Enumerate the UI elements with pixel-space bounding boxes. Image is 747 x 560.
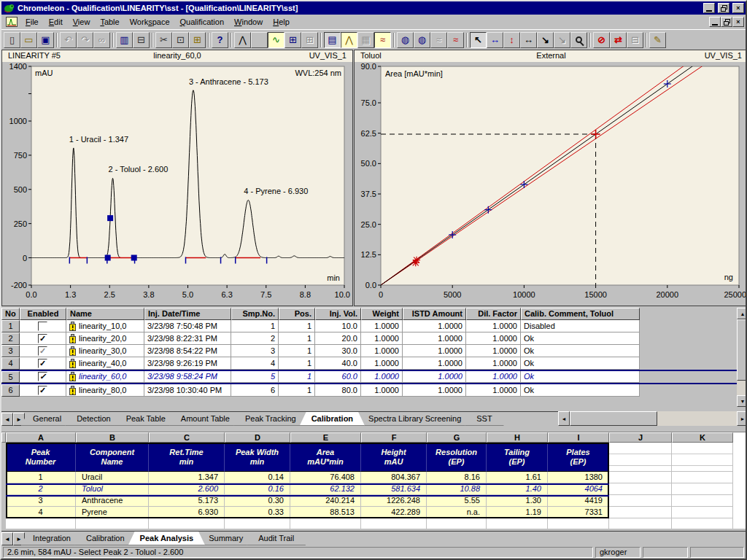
browser-view-icon[interactable]: ▤: [324, 32, 341, 48]
cell[interactable]: 3: [6, 495, 76, 507]
menu-qualification[interactable]: Qualification: [175, 15, 230, 28]
column-header-pos-[interactable]: Pos.: [279, 308, 315, 320]
injection-name-cell[interactable]: linearity_60,0: [66, 371, 144, 383]
cell[interactable]: 10.88: [427, 483, 487, 495]
cell[interactable]: 0.30: [225, 495, 290, 507]
column-header-dil-factor[interactable]: Dil. Factor: [466, 308, 521, 320]
overlay-view-icon[interactable]: ≈: [374, 32, 391, 48]
cut-icon[interactable]: ✂: [155, 32, 172, 48]
cell[interactable]: 1380: [548, 472, 609, 483]
column-letter-k[interactable]: K: [672, 432, 733, 443]
column-header-inj-date-time[interactable]: Inj. Date/Time: [144, 308, 231, 320]
column-letter-d[interactable]: D: [225, 432, 290, 443]
cell[interactable]: 1.30: [487, 495, 548, 507]
blank-button-icon[interactable]: [251, 32, 268, 48]
injection-name-cell[interactable]: linearity_20,0: [66, 332, 144, 345]
cell[interactable]: 4: [6, 507, 76, 518]
enabled-checkbox[interactable]: ✓: [38, 386, 47, 395]
new-document-icon[interactable]: ▯: [4, 32, 20, 48]
enabled-cell[interactable]: ✓: [20, 371, 66, 383]
cell[interactable]: 1.40: [487, 483, 548, 495]
redo-icon[interactable]: ↷: [77, 32, 93, 48]
tab-peak-tracking[interactable]: Peak Tracking: [233, 412, 308, 426]
compare-overlay-icon[interactable]: ⇄: [610, 32, 627, 48]
cell[interactable]: Uracil: [76, 472, 149, 483]
tab-general[interactable]: General: [21, 412, 73, 426]
enabled-cell[interactable]: ✓: [20, 345, 66, 357]
column-header-enabled[interactable]: Enabled: [20, 308, 66, 320]
column-header-smp-no-[interactable]: Smp.No.: [231, 308, 279, 320]
hscroll-thumb[interactable]: [570, 411, 657, 426]
cell[interactable]: 62.132: [290, 483, 361, 495]
column-letter-f[interactable]: F: [361, 432, 427, 443]
injection-row-2[interactable]: 2✓linearity_20,03/23/98 8:22:31 PM2120.0…: [1, 332, 737, 345]
report-grid-icon[interactable]: ⊞: [285, 32, 301, 48]
undo-icon[interactable]: ↶: [60, 32, 77, 48]
restore-button[interactable]: [718, 3, 729, 13]
enabled-cell[interactable]: ✓: [20, 357, 66, 370]
peak-window-icon[interactable]: ⋀: [234, 32, 251, 48]
injection-row-5[interactable]: 5✓linearity_60,03/23/98 9:58:24 PM5160.0…: [1, 370, 737, 384]
cell[interactable]: 5.55: [427, 495, 487, 507]
scroll-right-icon[interactable]: ►: [737, 411, 747, 426]
tab-spectra-library-screening[interactable]: Spectra Library Screening: [357, 412, 473, 426]
injection-row-1[interactable]: 1linearity_10,03/23/98 7:50:48 PM1110.01…: [1, 320, 737, 332]
previous-vial-icon[interactable]: ◍: [397, 32, 414, 48]
column-letter-h[interactable]: H: [487, 432, 548, 443]
menu-help[interactable]: Help: [268, 15, 295, 28]
tab-amount-table[interactable]: Amount Table: [169, 412, 241, 426]
enabled-checkbox[interactable]: ✓: [38, 359, 47, 368]
enabled-checkbox[interactable]: ✓: [38, 346, 47, 356]
column-letter-i[interactable]: I: [548, 432, 609, 443]
cell[interactable]: 2.600: [149, 483, 225, 495]
cell[interactable]: 0.16: [225, 483, 290, 495]
properties-icon[interactable]: ✎: [649, 32, 666, 48]
pointer-icon[interactable]: ↖: [470, 32, 487, 48]
injection-list-hscrollbar[interactable]: ◄ ►: [558, 411, 747, 426]
tabs-scroll-left-icon[interactable]: ◄: [1, 413, 13, 426]
vscroll-thumb[interactable]: [737, 319, 747, 381]
report-tab-calibration[interactable]: Calibration: [74, 532, 136, 545]
column-header-name[interactable]: Name: [66, 308, 144, 320]
next-vial-icon[interactable]: ◍: [414, 32, 430, 48]
column-letter-a[interactable]: A: [6, 432, 76, 443]
cell[interactable]: 5.173: [149, 495, 225, 507]
report-tab-peak-analysis[interactable]: Peak Analysis: [128, 532, 206, 545]
cell[interactable]: 76.408: [290, 472, 361, 483]
cell[interactable]: 804.367: [361, 472, 427, 483]
injection-name-cell[interactable]: linearity_10,0: [66, 320, 144, 332]
enabled-checkbox[interactable]: ✓: [38, 372, 47, 381]
scroll-up-icon[interactable]: ▲: [737, 308, 747, 319]
injection-name-cell[interactable]: linearity_40,0: [66, 357, 144, 370]
scroll-left-icon[interactable]: ◄: [558, 411, 570, 426]
sheet-row-4[interactable]: 4Pyrene6.9300.3388.513422.289n.a.1.19733…: [1, 507, 747, 518]
matrix-view-icon[interactable]: ▦: [357, 32, 374, 48]
mdi-child-icon[interactable]: [6, 17, 18, 27]
close-button[interactable]: ×: [732, 3, 744, 13]
paste-icon[interactable]: ⊞: [189, 32, 206, 48]
cell[interactable]: 7331: [548, 507, 609, 518]
menu-edit[interactable]: Edit: [44, 15, 68, 28]
cell[interactable]: Pyrene: [76, 507, 149, 518]
cell[interactable]: Anthracene: [76, 495, 149, 507]
cell[interactable]: 240.214: [290, 495, 361, 507]
pan-crosshair-icon[interactable]: ↔: [520, 32, 537, 48]
menu-file[interactable]: File: [20, 15, 44, 28]
column-letter-g[interactable]: G: [427, 432, 487, 443]
report-tab-audit-trail[interactable]: Audit Trail: [247, 532, 306, 545]
peaks-overlay-icon[interactable]: ≈: [447, 32, 464, 48]
report-tabs-scroll-left-icon[interactable]: ◄: [1, 532, 13, 545]
column-header-istd-amount[interactable]: ISTD Amount: [403, 308, 466, 320]
cell[interactable]: 1.347: [149, 472, 225, 483]
injection-list-vscrollbar[interactable]: ▲ ▼: [737, 308, 747, 407]
column-header-inj-vol-[interactable]: Inj. Vol.: [315, 308, 361, 320]
pick-cursor-disabled-icon[interactable]: ↘: [554, 32, 570, 48]
x-axis-zoom-icon[interactable]: ↔: [487, 32, 503, 48]
sheet-row-2[interactable]: 2Toluol2.6000.1662.132581.63410.881.4040…: [1, 483, 747, 495]
child-restore-button[interactable]: [721, 17, 732, 27]
enabled-checkbox[interactable]: [38, 322, 47, 331]
cell[interactable]: 1226.248: [361, 495, 427, 507]
tab-detection[interactable]: Detection: [65, 412, 122, 426]
cell[interactable]: 2: [6, 483, 76, 495]
scroll-down-icon[interactable]: ▼: [737, 395, 747, 407]
